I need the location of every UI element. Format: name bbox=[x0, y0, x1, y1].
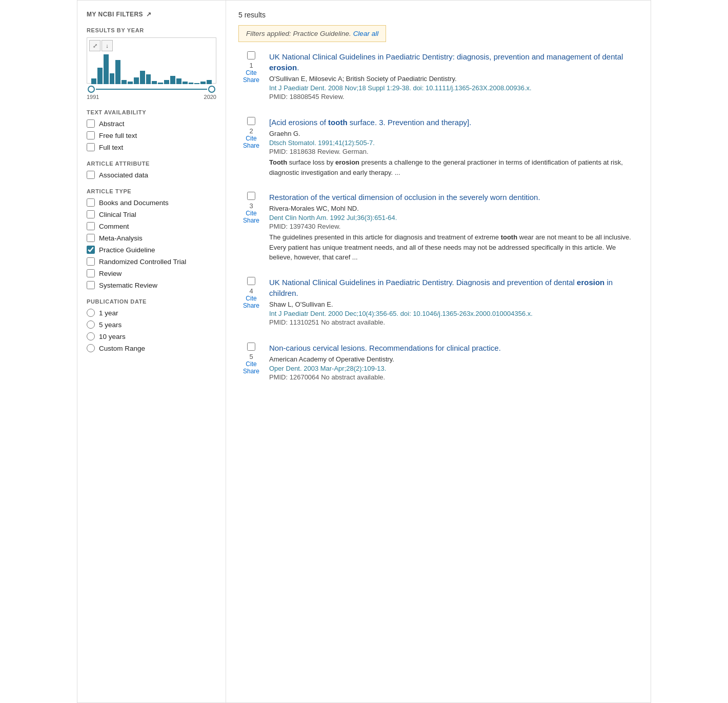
filter-item-books_documents[interactable]: Books and Documents bbox=[87, 198, 216, 207]
chart-bar bbox=[207, 80, 212, 84]
radio-1year[interactable] bbox=[87, 309, 95, 317]
date-filter-item-1year[interactable]: 1 year bbox=[87, 309, 216, 317]
result-journal-5: Oper Dent. 2003 Mar-Apr;28(2):109-13. bbox=[269, 365, 638, 372]
checkbox-systematic_review[interactable] bbox=[87, 281, 95, 289]
result-title-3[interactable]: Restoration of the vertical dimension of… bbox=[269, 192, 638, 203]
result-abstract-2: Tooth surface loss by erosion presents a… bbox=[269, 157, 638, 177]
slider-right-dot[interactable] bbox=[208, 86, 215, 93]
chart-bar bbox=[140, 71, 145, 84]
year-end: 2020 bbox=[204, 94, 216, 100]
chart-bar bbox=[104, 54, 109, 84]
radio-custom[interactable] bbox=[87, 344, 95, 352]
chart-bar bbox=[152, 81, 157, 84]
result-checkbox-1[interactable] bbox=[247, 51, 255, 59]
result-cite-4[interactable]: Cite bbox=[246, 295, 256, 302]
external-link-icon[interactable]: ↗ bbox=[146, 11, 151, 18]
result-share-2[interactable]: Share bbox=[243, 142, 259, 149]
result-left-1: 1CiteShare bbox=[238, 51, 264, 84]
radio-5years[interactable] bbox=[87, 320, 95, 329]
text-filters: AbstractFree full textFull text bbox=[87, 119, 216, 151]
result-meta-3: PMID: 1397430 Review. bbox=[269, 223, 638, 230]
filter-label-free_full_text: Free full text bbox=[99, 132, 137, 139]
filter-item-clinical_trial[interactable]: Clinical Trial bbox=[87, 210, 216, 218]
filter-label-comment: Comment bbox=[99, 223, 129, 230]
attribute-filters: Associated data bbox=[87, 171, 216, 179]
chart-slider bbox=[87, 86, 216, 93]
chart-bar bbox=[110, 73, 115, 84]
year-chart: ⤢ ↓ bbox=[87, 37, 216, 84]
result-item-4: 4CiteShareUK National Clinical Guideline… bbox=[238, 277, 638, 328]
result-meta-2: PMID: 1818638 Review. German. bbox=[269, 148, 638, 155]
result-title-1[interactable]: UK National Clinical Guidelines in Paedi… bbox=[269, 51, 638, 73]
filter-item-review[interactable]: Review bbox=[87, 269, 216, 277]
result-authors-3: Rivera-Morales WC, Mohl ND. bbox=[269, 205, 638, 212]
chart-expand-button[interactable]: ⤢ bbox=[89, 40, 100, 51]
slider-left-dot[interactable] bbox=[88, 86, 95, 93]
result-checkbox-3[interactable] bbox=[247, 192, 255, 200]
chart-bars bbox=[90, 52, 213, 84]
checkbox-rct[interactable] bbox=[87, 257, 95, 266]
filter-label-practice_guideline: Practice Guideline bbox=[99, 246, 155, 254]
results-container: 1CiteShareUK National Clinical Guideline… bbox=[238, 51, 638, 383]
checkbox-books_documents[interactable] bbox=[87, 198, 95, 207]
result-number-2: 2 bbox=[249, 127, 253, 135]
checkbox-meta_analysis[interactable] bbox=[87, 234, 95, 242]
checkbox-abstract[interactable] bbox=[87, 119, 95, 128]
filter-item-systematic_review[interactable]: Systematic Review bbox=[87, 281, 216, 289]
result-meta-1: PMID: 18808545 Review. bbox=[269, 93, 638, 101]
checkbox-free_full_text[interactable] bbox=[87, 131, 95, 139]
chart-bar bbox=[170, 76, 175, 84]
result-share-3[interactable]: Share bbox=[243, 217, 259, 224]
chart-download-button[interactable]: ↓ bbox=[102, 40, 113, 51]
radio-10years[interactable] bbox=[87, 332, 95, 340]
chart-bar bbox=[91, 78, 96, 84]
filter-item-abstract[interactable]: Abstract bbox=[87, 119, 216, 128]
result-share-5[interactable]: Share bbox=[243, 368, 259, 375]
result-title-2[interactable]: [Acid erosions of tooth surface. 3. Prev… bbox=[269, 117, 638, 128]
filter-item-full_text[interactable]: Full text bbox=[87, 143, 216, 151]
result-journal-4: Int J Paediatr Dent. 2000 Dec;10(4):356-… bbox=[269, 310, 638, 317]
date-filter-item-10years[interactable]: 10 years bbox=[87, 332, 216, 340]
checkbox-comment[interactable] bbox=[87, 222, 95, 230]
filter-label-meta_analysis: Meta-Analysis bbox=[99, 234, 143, 242]
filter-item-meta_analysis[interactable]: Meta-Analysis bbox=[87, 234, 216, 242]
clear-all-link[interactable]: Clear all bbox=[353, 30, 379, 37]
publication-date-label: PUBLICATION DATE bbox=[87, 298, 216, 305]
type-filters: Books and DocumentsClinical TrialComment… bbox=[87, 198, 216, 289]
result-authors-2: Graehn G. bbox=[269, 130, 638, 137]
checkbox-practice_guideline[interactable] bbox=[87, 246, 95, 254]
filter-item-free_full_text[interactable]: Free full text bbox=[87, 131, 216, 139]
result-meta-4: PMID: 11310251 No abstract available. bbox=[269, 318, 638, 326]
chart-bar bbox=[183, 82, 188, 84]
result-number-3: 3 bbox=[249, 202, 253, 210]
checkbox-review[interactable] bbox=[87, 269, 95, 277]
result-cite-5[interactable]: Cite bbox=[246, 360, 256, 368]
result-title-4[interactable]: UK National Clinical Guidelines in Paedi… bbox=[269, 277, 638, 298]
chart-bar bbox=[200, 82, 206, 84]
result-cite-2[interactable]: Cite bbox=[246, 135, 256, 142]
result-title-5[interactable]: Non-carious cervical lesions. Recommenda… bbox=[269, 343, 638, 353]
date-filter-item-custom[interactable]: Custom Range bbox=[87, 344, 216, 352]
result-journal-3: Dent Clin North Am. 1992 Jul;36(3):651-6… bbox=[269, 214, 638, 222]
date-label-10years: 10 years bbox=[99, 333, 126, 340]
result-share-1[interactable]: Share bbox=[243, 76, 259, 84]
result-cite-3[interactable]: Cite bbox=[246, 210, 256, 217]
result-cite-1[interactable]: Cite bbox=[246, 69, 256, 76]
result-number-4: 4 bbox=[249, 287, 253, 295]
result-checkbox-4[interactable] bbox=[247, 277, 255, 285]
date-filter-item-5years[interactable]: 5 years bbox=[87, 320, 216, 329]
result-checkbox-2[interactable] bbox=[247, 117, 255, 125]
date-label-5years: 5 years bbox=[99, 321, 122, 329]
filter-item-practice_guideline[interactable]: Practice Guideline bbox=[87, 246, 216, 254]
checkbox-full_text[interactable] bbox=[87, 143, 95, 151]
my-ncbi-label: MY NCBI FILTERS bbox=[87, 11, 143, 18]
filter-item-associated_data[interactable]: Associated data bbox=[87, 171, 216, 179]
filter-item-rct[interactable]: Randomized Controlled Trial bbox=[87, 257, 216, 266]
date-label-1year: 1 year bbox=[99, 309, 118, 317]
checkbox-associated_data[interactable] bbox=[87, 171, 95, 179]
result-share-4[interactable]: Share bbox=[243, 302, 259, 309]
date-filters: 1 year5 years10 yearsCustom Range bbox=[87, 309, 216, 352]
result-checkbox-5[interactable] bbox=[247, 343, 255, 351]
checkbox-clinical_trial[interactable] bbox=[87, 210, 95, 218]
filter-item-comment[interactable]: Comment bbox=[87, 222, 216, 230]
